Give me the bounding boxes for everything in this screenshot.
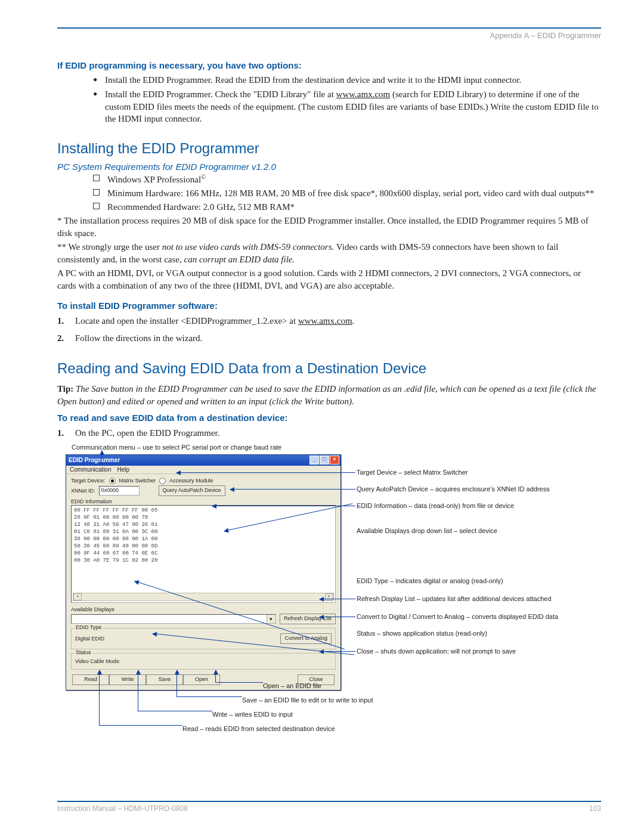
- option-item: Install the EDID Programmer. Check the "…: [93, 88, 601, 125]
- arrow: [177, 696, 242, 697]
- hex-scrollbar[interactable]: ◂ ▸: [73, 593, 334, 601]
- callout-query-autopatch: Query AutoPatch Device – acquires enclos…: [357, 485, 595, 493]
- callout-edid-type: EDID Type – indicates digital or analog …: [357, 577, 595, 584]
- requirement-item: Windows XP Professional©: [93, 173, 601, 186]
- available-displays-label: Available Displays: [71, 606, 336, 612]
- save-button[interactable]: Save: [146, 674, 183, 685]
- arrow: [99, 725, 182, 726]
- arrow: [138, 711, 212, 711]
- close-window-button[interactable]: ×: [330, 456, 339, 465]
- radio-accessory-module[interactable]: [159, 478, 166, 484]
- edid-hex-grid: 00 FF FF FF FF FF FF 00 05 28 0F 01 00 0…: [71, 505, 336, 603]
- arrow: [138, 670, 138, 711]
- status-legend: Status: [75, 649, 92, 655]
- page-footer: Instruction Manual – HDMI-UTPRO-0808 103: [57, 801, 601, 813]
- arrow: [212, 506, 355, 506]
- footer-left: Instruction Manual – HDMI-UTPRO-0808: [57, 804, 188, 813]
- edid-programmer-figure: Communication menu – use to select PC se…: [57, 444, 601, 778]
- callout-available-displays: Available Displays drop down list – sele…: [357, 527, 595, 534]
- arrow: [320, 651, 355, 652]
- read-step: 1.On the PC, open the EDID Programmer.: [57, 426, 601, 440]
- install-step: 2.Follow the directions in the wizard.: [57, 332, 601, 345]
- tip-paragraph: Tip: The Save button in the EDID Program…: [57, 383, 601, 408]
- edid-type-value: Digital EDID: [75, 636, 104, 642]
- read-button[interactable]: Read: [72, 674, 109, 685]
- arrow: [230, 489, 355, 490]
- callout-write: Write – writes EDID to input: [212, 711, 293, 718]
- requirement-item: Recommended Hardware: 2.0 GHz, 512 MB RA…: [93, 201, 601, 213]
- install-step: 1.Locate and open the installer <EDIDPro…: [57, 314, 601, 328]
- arrow: [177, 670, 177, 696]
- reading-heading: Reading and Saving EDID Data from a Dest…: [57, 360, 601, 377]
- radio-matrix-switcher[interactable]: [109, 478, 116, 484]
- hardware-note: A PC with an HDMI, DVI, or VGA output co…: [57, 267, 601, 292]
- callout-target-device: Target Device – select Matrix Switcher: [357, 469, 595, 476]
- footer-page-number: 103: [589, 804, 601, 813]
- arrow: [215, 670, 216, 682]
- options-list: Install the EDID Programmer. Read the ED…: [93, 74, 601, 125]
- callout-open: Open – an EDID file: [263, 682, 321, 689]
- option-item: Install the EDID Programmer. Read the ED…: [93, 74, 601, 86]
- arrow: [320, 599, 355, 599]
- query-autopatch-button[interactable]: Query AutoPatch Device: [159, 485, 225, 496]
- status-value: Video Cable Mode: [75, 658, 119, 664]
- to-install-heading: To install EDID Programmer software:: [57, 301, 601, 311]
- page-header-breadcrumb: Appendix A – EDID Programmer: [57, 30, 601, 40]
- read-steps: 1.On the PC, open the EDID Programmer.: [57, 426, 601, 440]
- callout-edid-information: EDID Information – data (read-only) from…: [357, 502, 595, 509]
- footnote-2: ** We strongly urge the user not to use …: [57, 241, 601, 266]
- read-sub-heading: To read and save EDID data from a destin…: [57, 413, 601, 423]
- maximize-button[interactable]: □: [320, 456, 329, 465]
- callout-status: Status – shows application status (read-…: [357, 630, 595, 637]
- target-device-label: Target Device:: [71, 478, 106, 484]
- xnnet-id-field[interactable]: 0x0000: [99, 486, 140, 496]
- footnote-1: * The installation process requires 20 M…: [57, 215, 601, 240]
- callout-close: Close – shuts down application; will not…: [357, 648, 595, 655]
- options-heading: If EDID programming is necessary, you ha…: [57, 60, 601, 70]
- open-button[interactable]: Open: [183, 674, 220, 685]
- refresh-display-list-button[interactable]: Refresh Display List: [280, 614, 336, 624]
- install-heading: Installing the EDID Programmer: [57, 140, 601, 157]
- arrow: [215, 682, 263, 683]
- available-displays-dropdown[interactable]: [71, 614, 276, 624]
- edid-type-legend: EDID Type: [75, 624, 103, 630]
- arrow: [320, 617, 355, 617]
- arrow: [177, 472, 355, 473]
- minimize-button[interactable]: _: [309, 456, 319, 465]
- arrow: [101, 451, 102, 464]
- callout-read: Read – reads EDID from selected destinat…: [182, 725, 335, 732]
- menu-help[interactable]: Help: [117, 466, 129, 473]
- menu-communication[interactable]: Communication: [70, 466, 111, 473]
- radio-matrix-switcher-label: Matrix Switcher: [119, 478, 156, 484]
- callout-refresh-list: Refresh Display List – updates list afte…: [357, 595, 595, 602]
- callout-convert: Convert to Digital / Convert to Analog –…: [357, 613, 595, 620]
- write-button[interactable]: Write: [109, 674, 146, 685]
- callout-save: Save – an EDID file to edit or to write …: [242, 696, 373, 704]
- install-steps: 1.Locate and open the installer <EDIDPro…: [57, 314, 601, 345]
- xnnet-id-label: XNNet ID:: [71, 488, 95, 494]
- edid-information-label: EDID Information: [71, 498, 336, 504]
- radio-accessory-module-label: Accessory Module: [169, 478, 213, 484]
- window-title: EDID Programmer: [69, 457, 120, 463]
- window-titlebar[interactable]: EDID Programmer _ □ ×: [66, 455, 340, 466]
- requirements-heading: PC System Requirements for EDID Programm…: [57, 162, 601, 172]
- requirements-list: Windows XP Professional© Minimum Hardwar…: [93, 173, 601, 213]
- edid-programmer-window: EDID Programmer _ □ × Communication Help…: [66, 454, 341, 690]
- requirement-item: Minimum Hardware: 166 MHz, 128 MB RAM, 2…: [93, 187, 601, 200]
- arrow: [99, 670, 100, 725]
